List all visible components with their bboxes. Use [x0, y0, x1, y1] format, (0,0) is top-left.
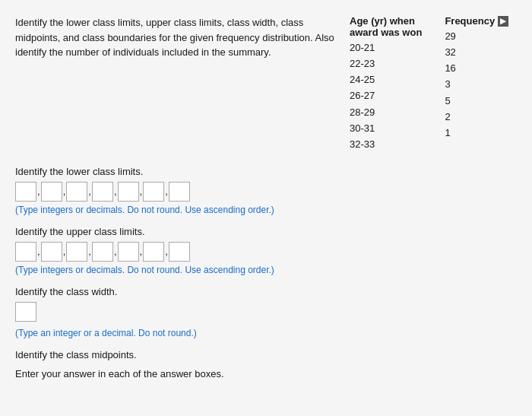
freq-icon: ▶: [498, 16, 508, 27]
upper-dot-6: ,: [165, 246, 168, 257]
age-header: Age (yr) when award was won: [350, 15, 422, 38]
freq-row-3: 16: [445, 61, 508, 76]
dot-3: ,: [88, 186, 91, 197]
age-row-5: 28-29: [350, 105, 422, 120]
age-row-7: 32-33: [350, 137, 422, 152]
lower-class-input-7[interactable]: [169, 182, 190, 202]
top-section: Identify the lower class limits, upper c…: [15, 15, 517, 152]
lower-class-input-5[interactable]: [118, 182, 139, 202]
dot-4: ,: [114, 186, 117, 197]
age-row-4: 26-27: [350, 88, 422, 103]
upper-class-input-1[interactable]: [15, 242, 36, 262]
lower-class-hint: (Type integers or decimals. Do not round…: [15, 205, 517, 215]
bottom-note: Enter your answer in each of the answer …: [15, 368, 517, 379]
dot-1: ,: [37, 186, 40, 197]
class-width-label: Identify the class width.: [15, 286, 517, 297]
upper-dot-2: ,: [63, 246, 66, 257]
class-midpoints-section: Identify the class midpoints.: [15, 349, 517, 360]
upper-class-label: Identify the upper class limits.: [15, 226, 517, 237]
lower-class-section: Identify the lower class limits. , , , ,…: [15, 166, 517, 215]
freq-row-5: 5: [445, 94, 508, 109]
upper-class-input-2[interactable]: [41, 242, 62, 262]
frequency-column: Frequency ▶ 29 32 16 3 5 2 1: [445, 15, 508, 152]
frequency-table: Age (yr) when award was won 20-21 22-23 …: [350, 15, 517, 152]
lower-class-inputs: , , , , , ,: [15, 182, 517, 202]
upper-class-input-5[interactable]: [118, 242, 139, 262]
class-midpoints-label: Identify the class midpoints.: [15, 349, 517, 360]
upper-class-input-7[interactable]: [169, 242, 190, 262]
age-column: Age (yr) when award was won 20-21 22-23 …: [350, 15, 422, 152]
upper-class-input-6[interactable]: [143, 242, 164, 262]
upper-dot-1: ,: [37, 246, 40, 257]
lower-class-input-4[interactable]: [92, 182, 113, 202]
main-page: Identify the lower class limits, upper c…: [0, 0, 532, 416]
lower-class-input-3[interactable]: [66, 182, 87, 202]
upper-class-input-3[interactable]: [66, 242, 87, 262]
dot-5: ,: [140, 186, 143, 197]
upper-dot-4: ,: [114, 246, 117, 257]
upper-class-hint: (Type integers or decimals. Do not round…: [15, 265, 517, 275]
lower-class-input-1[interactable]: [15, 182, 36, 202]
dot-2: ,: [63, 186, 66, 197]
lower-class-input-6[interactable]: [143, 182, 164, 202]
upper-dot-3: ,: [88, 246, 91, 257]
age-row-1: 20-21: [350, 40, 422, 56]
age-row-3: 24-25: [350, 72, 422, 87]
freq-header: Frequency ▶: [445, 15, 508, 27]
freq-row-1: 29: [445, 29, 508, 44]
freq-row-6: 2: [445, 110, 508, 125]
upper-class-section: Identify the upper class limits. , , , ,…: [15, 226, 517, 275]
class-width-section: Identify the class width. (Type an integ…: [15, 286, 517, 338]
age-row-6: 30-31: [350, 121, 422, 136]
upper-class-input-4[interactable]: [92, 242, 113, 262]
upper-class-inputs: , , , , , ,: [15, 242, 517, 262]
lower-class-label: Identify the lower class limits.: [15, 166, 517, 177]
class-width-hint: (Type an integer or a decimal. Do not ro…: [15, 328, 517, 338]
dot-6: ,: [165, 186, 168, 197]
age-row-2: 22-23: [350, 56, 422, 71]
upper-dot-5: ,: [140, 246, 143, 257]
class-width-input[interactable]: [15, 302, 36, 322]
lower-class-input-2[interactable]: [41, 182, 62, 202]
freq-row-7: 1: [445, 125, 508, 141]
freq-row-2: 32: [445, 45, 508, 60]
freq-row-4: 3: [445, 77, 508, 92]
question-text: Identify the lower class limits, upper c…: [15, 15, 334, 152]
